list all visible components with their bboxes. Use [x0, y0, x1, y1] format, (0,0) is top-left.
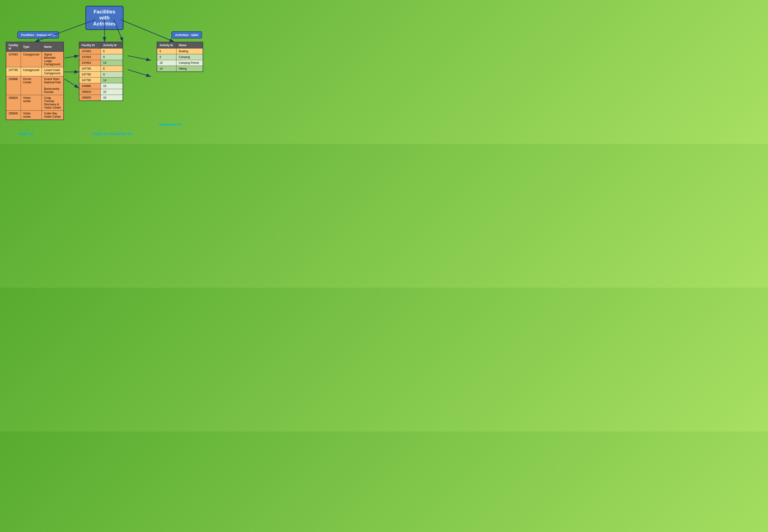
- activity-name: Boating: [176, 48, 203, 54]
- table-row: 247785 9: [79, 72, 123, 77]
- destination-fk-label: ↑ Destination FK: [109, 127, 132, 136]
- junction-facility-id: 249986: [79, 83, 101, 89]
- table-row: 9 Camping: [157, 54, 203, 60]
- facility-type: Campground: [21, 52, 42, 67]
- origin-pk-label: ↑ Origin PK: [19, 127, 34, 136]
- svg-line-4: [65, 56, 79, 58]
- table-row: 247785 Campground Lizard Creek Campgroun…: [6, 67, 64, 76]
- junction-facility-id: 247663: [79, 54, 101, 60]
- facility-id: 249986: [6, 76, 21, 95]
- table-row: 258835 10: [79, 95, 123, 101]
- junction-facility-id: 247785: [79, 72, 101, 77]
- facility-name: Grand Teton National Park - Backcountry …: [42, 76, 64, 95]
- table-row: 249986 10: [79, 83, 123, 89]
- junction-activity-id: 14: [101, 60, 123, 66]
- svg-line-7: [128, 56, 151, 60]
- table-row: 247663 Campground Signal Mountain Lodge …: [6, 52, 64, 67]
- junction-activity-id: 10: [101, 95, 123, 101]
- junction-activity-id: 10: [101, 89, 123, 95]
- activities-label: Activities - table: [171, 31, 202, 39]
- junction-activity-id: 6: [101, 66, 123, 72]
- destination-pk-label: ↑ Destination PK: [159, 118, 182, 126]
- facility-id: 258833: [6, 95, 21, 111]
- junction-activity-id: 6: [101, 48, 123, 54]
- table-row: 247663 9: [79, 54, 123, 60]
- facility-name: Signal Mountain Lodge Campground: [42, 52, 64, 67]
- activity-name: Camping Permit: [176, 60, 203, 66]
- junction-facility-id: 247663: [79, 60, 101, 66]
- facilities-col-id: Facility Id: [6, 42, 21, 52]
- table-row: 247663 14: [79, 60, 123, 66]
- facility-name: Lizard Creek Campground: [42, 67, 64, 76]
- facilities-col-name: Name: [42, 42, 64, 52]
- title-text: Facilities with Activities: [93, 9, 116, 27]
- activity-id: 6: [157, 48, 176, 54]
- svg-line-3: [121, 20, 174, 42]
- svg-line-6: [65, 79, 79, 88]
- table-row: 258833 Visitor center Craig Thomas Disco…: [6, 95, 64, 111]
- table-row: 247785 14: [79, 77, 123, 83]
- junction-table: Facility Id Activity Id 247663 6 247663 …: [79, 42, 123, 101]
- activities-col-id: Activity Id: [157, 42, 176, 48]
- table-row: 249986 Permit Center Grand Teton Nationa…: [6, 76, 64, 95]
- activity-name: Camping: [176, 54, 203, 60]
- junction-facility-id: 258835: [79, 95, 101, 101]
- table-row: 258835 Visitor center Colter Bay Visitor…: [6, 111, 64, 120]
- facility-type: Visitor center: [21, 111, 42, 120]
- junction-facility-id: 247785: [79, 66, 101, 72]
- table-row: 10 Camping Permit: [157, 60, 203, 66]
- activities-table: Activity Id Name 6 Boating 9 Camping 10 …: [157, 42, 203, 72]
- activities-col-name: Name: [176, 42, 203, 48]
- facility-name: Colter Bay Visitor Center: [42, 111, 64, 120]
- facility-type: Permit Center: [21, 76, 42, 95]
- junction-activity-id: 14: [101, 77, 123, 83]
- facilities-label: Facilities - feature class: [17, 31, 59, 39]
- facilities-col-type: Type: [21, 42, 42, 52]
- facility-id: 247663: [6, 52, 21, 67]
- origin-fk-label: ↑ Origin FK: [93, 127, 108, 136]
- facility-type: Campground: [21, 67, 42, 76]
- table-row: 247785 6: [79, 66, 123, 72]
- activity-id: 9: [157, 54, 176, 60]
- activity-name: Hiking: [176, 66, 203, 72]
- junction-col-facility: Facility Id: [79, 42, 101, 48]
- junction-facility-id: 247785: [79, 77, 101, 83]
- table-row: 247663 6: [79, 48, 123, 54]
- activity-id: 10: [157, 60, 176, 66]
- junction-activity-id: 10: [101, 83, 123, 89]
- activity-id: 14: [157, 66, 176, 72]
- table-row: 14 Hiking: [157, 66, 203, 72]
- junction-col-activity: Activity Id: [101, 42, 123, 48]
- svg-line-8: [128, 70, 151, 77]
- junction-facility-id: 247663: [79, 48, 101, 54]
- table-row: 258833 10: [79, 89, 123, 95]
- facilities-table: Facility Id Type Name 247663 Campground …: [6, 42, 64, 120]
- junction-facility-id: 258833: [79, 89, 101, 95]
- junction-activity-id: 9: [101, 54, 123, 60]
- junction-activity-id: 9: [101, 72, 123, 77]
- facility-type: Visitor center: [21, 95, 42, 111]
- facility-id: 247785: [6, 67, 21, 76]
- table-row: 6 Boating: [157, 48, 203, 54]
- facility-id: 258835: [6, 111, 21, 120]
- facility-name: Craig Thomas Discovery & Visitor Center: [42, 95, 64, 111]
